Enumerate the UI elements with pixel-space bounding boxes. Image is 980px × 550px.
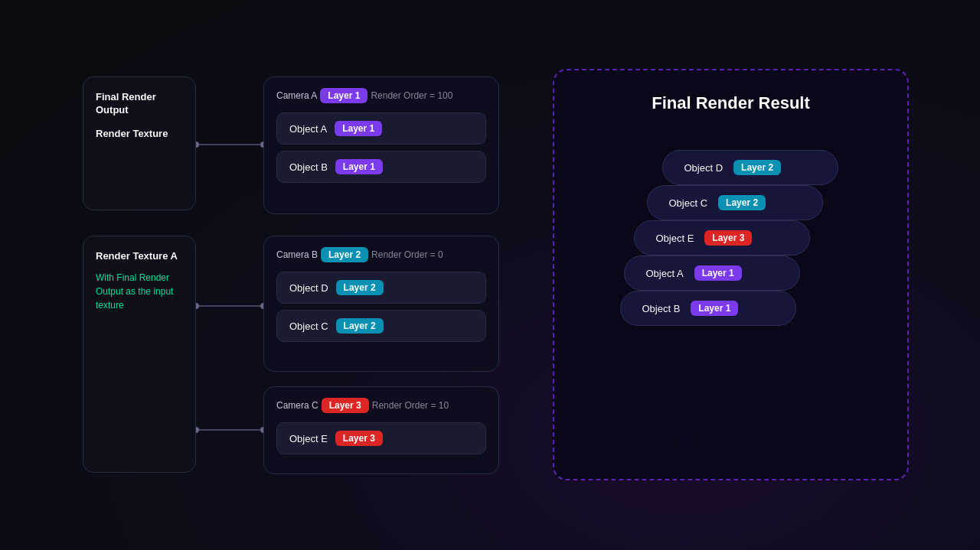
render-texture-title: Render Texture A [96, 250, 183, 263]
camera-c-object-e: Object E Layer 3 [276, 422, 486, 454]
camera-a-object-a: Object A Layer 1 [276, 112, 486, 145]
camera-b-layer-badge: Layer 2 [321, 247, 368, 262]
final-render-title: Final Render Output [96, 91, 183, 117]
panel-final-render: Final Render Output Render Texture [83, 76, 196, 210]
camera-b-header: Camera B Layer 2 Render Order = 0 [276, 247, 486, 262]
camera-c-name: Camera C [276, 400, 318, 411]
camera-c-layer-badge: Layer 3 [322, 398, 369, 413]
camera-b-object-d: Object D Layer 2 [276, 272, 486, 304]
result-object-c: Object C Layer 2 [647, 185, 823, 220]
camera-b-render-order: Render Order = 0 [371, 249, 443, 260]
result-title: Final Render Result [652, 93, 810, 113]
result-object-b: Object B Layer 1 [620, 291, 796, 326]
camera-a-header: Camera A Layer 1 Render Order = 100 [276, 88, 486, 103]
camera-panel-b: Camera B Layer 2 Render Order = 0 Object… [263, 236, 499, 372]
render-texture-label: Render Texture [96, 128, 183, 141]
camera-a-object-b: Object B Layer 1 [276, 151, 486, 183]
camera-a-render-order: Render Order = 100 [371, 90, 452, 101]
camera-c-header: Camera C Layer 3 Render Order = 10 [276, 398, 486, 413]
camera-c-render-order: Render Order = 10 [372, 400, 449, 411]
camera-panel-a: Camera A Layer 1 Render Order = 100 Obje… [263, 76, 499, 214]
render-texture-description: With Final Render Output as the input te… [96, 271, 183, 312]
result-object-d: Object D Layer 2 [662, 150, 838, 185]
camera-b-name: Camera B [276, 249, 318, 260]
result-object-e: Object E Layer 3 [634, 220, 810, 255]
panel-render-texture: Render Texture A With Final Render Outpu… [83, 236, 196, 473]
camera-a-layer-badge: Layer 1 [320, 88, 368, 103]
camera-panel-c: Camera C Layer 3 Render Order = 10 Objec… [263, 386, 499, 474]
result-object-a: Object A Layer 1 [624, 255, 800, 291]
panel-result: Final Render Result Object D Layer 2 Obj… [553, 69, 909, 480]
result-stack: Object D Layer 2 Object C Layer 2 Object… [620, 150, 842, 372]
camera-b-object-c: Object C Layer 2 [276, 310, 486, 342]
camera-a-name: Camera A [276, 90, 317, 101]
